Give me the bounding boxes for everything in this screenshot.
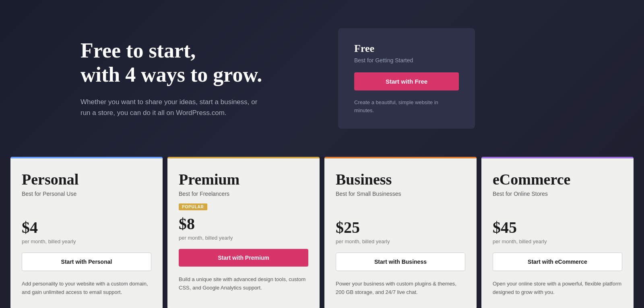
plan-desc-personal: Add personality to your website with a c… <box>22 280 151 297</box>
hero-title: Free to start,with 4 ways to grow. <box>80 39 306 87</box>
plan-billing-personal: per month, billed yearly <box>22 238 151 244</box>
plan-price-business: $25 <box>336 218 465 237</box>
plan-cta-business[interactable]: Start with Business <box>336 253 465 271</box>
plan-cta-ecommerce[interactable]: Start with eCommerce <box>493 253 622 271</box>
plan-price-ecommerce: $45 <box>493 218 622 237</box>
plan-billing-ecommerce: per month, billed yearly <box>493 238 622 244</box>
plan-name-ecommerce: eCommerce <box>493 170 622 188</box>
plan-tagline-business: Best for Small Businesses <box>336 191 465 197</box>
plan-tagline-personal: Best for Personal Use <box>22 191 151 197</box>
hero-subtitle: Whether you want to share your ideas, st… <box>80 97 258 118</box>
plan-cta-personal[interactable]: Start with Personal <box>22 253 151 271</box>
plan-name-business: Business <box>336 170 465 188</box>
plan-card-personal: Personal Best for Personal Use $4 per mo… <box>10 157 163 308</box>
plan-card-ecommerce: eCommerce Best for Online Stores $45 per… <box>481 157 634 308</box>
plan-tagline-ecommerce: Best for Online Stores <box>493 191 622 197</box>
free-plan-tagline: Best for Getting Started <box>354 57 459 64</box>
pricing-section: Personal Best for Personal Use $4 per mo… <box>0 157 644 308</box>
free-plan-name: Free <box>354 43 459 55</box>
plan-price-personal: $4 <box>22 218 151 237</box>
free-plan-description: Create a beautiful, simple website in mi… <box>354 99 459 114</box>
plan-card-business: Business Best for Small Businesses $25 p… <box>324 157 477 308</box>
plan-desc-ecommerce: Open your online store with a powerful, … <box>493 280 622 297</box>
plan-name-premium: Premium <box>179 170 308 188</box>
plan-cta-premium[interactable]: Start with Premium <box>179 249 308 267</box>
plan-price-premium: $8 <box>179 214 308 233</box>
hero-text: Free to start,with 4 ways to grow. Wheth… <box>80 39 306 118</box>
plan-tagline-premium: Best for Freelancers <box>179 191 308 197</box>
start-free-button[interactable]: Start with Free <box>354 72 459 90</box>
plan-billing-premium: per month, billed yearly <box>179 235 308 241</box>
plan-billing-business: per month, billed yearly <box>336 238 465 244</box>
badge-spacer <box>336 203 465 214</box>
plan-desc-premium: Build a unique site with advanced design… <box>179 275 308 292</box>
popular-badge: POPULAR <box>179 203 207 210</box>
plan-desc-business: Power your business with custom plugins … <box>336 280 465 297</box>
plan-name-personal: Personal <box>22 170 151 188</box>
badge-spacer <box>22 203 151 214</box>
free-plan-card: Free Best for Getting Started Start with… <box>338 28 475 129</box>
top-section: Free to start,with 4 ways to grow. Wheth… <box>0 0 644 157</box>
plan-card-premium: Premium Best for Freelancers POPULAR $8 … <box>167 157 320 308</box>
badge-spacer <box>493 203 622 214</box>
